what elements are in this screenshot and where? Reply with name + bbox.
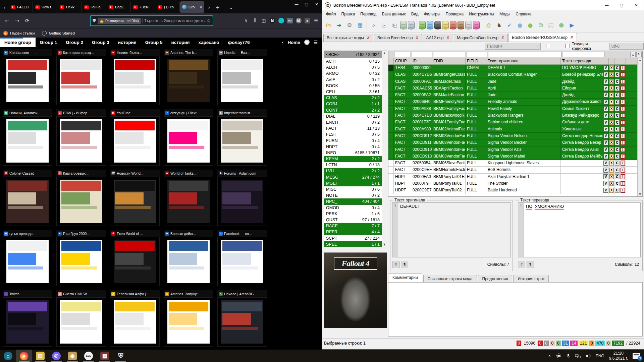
group-tab[interactable]: история — [167, 38, 194, 47]
menu-Фильтры[interactable]: Фильтры — [421, 12, 443, 16]
dot-green-icon[interactable]: ● — [526, 20, 535, 30]
record-type-row[interactable]: OMOD0 / 4 — [324, 205, 382, 211]
browser-tab[interactable]: ▶FALLO — [9, 1, 33, 13]
flag-X-button[interactable]: X — [609, 181, 614, 186]
mod-tab-close-icon[interactable]: ✗ — [415, 36, 419, 40]
wizard-icon[interactable]: ♞ — [494, 20, 504, 30]
dial-tile[interactable]: WНовости World... — [110, 170, 160, 227]
open-book-icon[interactable]: 🕮 — [546, 20, 556, 30]
translation-row[interactable]: FACT0200173FBBM01FamilyFactiFULLSabine a… — [388, 119, 642, 126]
flag-V-button[interactable]: V — [603, 147, 608, 152]
record-type-row[interactable]: MISC0 / 6 — [324, 186, 382, 192]
bookmark-getting-started[interactable]: Getting Started — [42, 31, 74, 36]
flag-I-button[interactable]: I — [621, 161, 625, 166]
flag-C-button[interactable]: C — [615, 140, 620, 145]
menu-icon[interactable]: ☰ — [312, 16, 320, 25]
translation-row[interactable]: FACT020CD912BBM03VendorFactFULLSigma Ven… — [388, 133, 642, 139]
dial-tile[interactable]: АТелевизия Алфа |... — [110, 290, 160, 348]
db-red-icon[interactable] — [450, 21, 457, 29]
record-type-row[interactable]: COBJ1 / 1 — [324, 101, 382, 107]
record-type-row[interactable]: BOOK0 / 55 — [324, 83, 382, 89]
flag-I-button[interactable]: I — [621, 181, 625, 186]
flag-V-button[interactable]: V — [603, 161, 608, 166]
flag-V-button[interactable]: V — [603, 72, 608, 77]
new-tab-button[interactable]: + — [213, 2, 222, 12]
dial-tile[interactable]: AForums - Aslain.com — [217, 170, 267, 227]
table-scrollbar[interactable]: ▲▼ — [637, 58, 642, 196]
translation-row[interactable]: FACT0200C9EFBBMHornetsFacticFULLBoS Horn… — [388, 167, 642, 173]
dial-tile[interactable]: ННовият бълга... — [110, 49, 160, 106]
dial-tile[interactable]: AНачало | ArenaBG... — [217, 290, 267, 348]
flag-I-button[interactable]: I — [621, 127, 625, 132]
flag-V-button[interactable]: V — [603, 154, 608, 159]
translation-row[interactable]: FACT02050054BBM06SlaveFactioFULLKingspor… — [388, 160, 642, 167]
record-type-row[interactable]: SCPT27 / 214 — [324, 235, 382, 241]
flag-I-button[interactable]: I — [621, 188, 625, 193]
translation-row[interactable]: FACT0204C7D3BBMBlackwoodRaFULLBlackwood … — [388, 112, 642, 119]
browser-tab[interactable]: Gro✕ — [180, 1, 204, 13]
flag-I-button[interactable]: I — [621, 106, 625, 111]
m-gray-icon[interactable]: M — [294, 16, 303, 25]
menu-Правка[interactable]: Правка — [339, 12, 358, 16]
record-type-row[interactable]: REFR4 / 4 — [324, 229, 382, 235]
flag-X-button[interactable]: X — [609, 106, 614, 111]
dial-tile[interactable]: AAsterios. Запуще... — [164, 290, 213, 348]
comment-tab[interactable]: История строк — [513, 275, 549, 282]
flag-I-button[interactable]: I — [621, 120, 625, 125]
flag-C-button[interactable]: C — [615, 65, 620, 70]
taskbar-firefox-icon[interactable]: ● — [16, 350, 32, 362]
flag-X-button[interactable]: X — [609, 72, 614, 77]
flag-V-button[interactable]: V — [603, 113, 608, 118]
flag-C-button[interactable]: C — [615, 181, 620, 186]
flag-I-button[interactable]: I — [621, 72, 625, 77]
mod-tab[interactable]: Все открытые моды✗ — [323, 34, 373, 42]
record-list-header[interactable]: <ВСЕ> 7192 / 22924 — [324, 51, 382, 58]
flag-C-button[interactable]: C — [615, 113, 620, 118]
record-type-row[interactable]: KEYM2 / 2 — [324, 156, 382, 162]
dial-tile[interactable]: AAsterios. The b... — [164, 49, 213, 106]
dial-tile[interactable]: ЕЕър Груп 2000... — [56, 230, 106, 287]
menu-Файл[interactable]: Файл — [323, 12, 339, 16]
flag-V-button[interactable]: V — [603, 106, 608, 111]
record-type-row[interactable]: PERK1 / 6 — [324, 211, 382, 217]
flag-X-button[interactable]: X — [609, 65, 614, 70]
record-type-row[interactable]: FLST0 / 5 — [324, 131, 382, 137]
record-type-row[interactable]: LVLI2 / 2 — [324, 168, 382, 174]
dial-tile[interactable]: ▶YouTube — [110, 109, 160, 167]
translation-row[interactable]: FACT02000FA2BBMJadeFactionFULLJadeДжейдV… — [388, 92, 642, 99]
group-tab[interactable]: Group 5 — [141, 38, 167, 47]
tab-scroll-right-icon[interactable]: › — [205, 2, 213, 12]
hash-button[interactable]: # — [518, 261, 525, 268]
forward-button[interactable]: → — [12, 16, 22, 26]
record-type-row[interactable]: LCTN0 / 18 — [324, 162, 382, 168]
flag-I-button[interactable]: I — [621, 154, 625, 159]
db-insert-icon[interactable] — [400, 21, 407, 29]
flag-V-button[interactable]: V — [603, 133, 608, 138]
flag-V-button[interactable]: V — [603, 120, 608, 125]
taskbar-start-icon[interactable]: ⌂ — [0, 350, 16, 362]
minimize-button[interactable]: — — [599, 0, 614, 10]
dial-tile[interactable]: ahttp://alternathist... — [217, 109, 267, 167]
back-button[interactable]: ← — [2, 16, 12, 26]
cube-green-icon[interactable]: ⬢ — [557, 20, 566, 30]
dial-tile[interactable]: ККатегории и разд... — [56, 49, 106, 106]
menu-Вид[interactable]: Вид — [409, 12, 421, 16]
menu-Инструменты[interactable]: Инструменты — [466, 12, 497, 16]
translation-row[interactable]: HDPT02000FA0BBMPonyTail01EPFULLAzar Pony… — [388, 174, 642, 180]
tracking-shield-icon[interactable]: ⛊ — [93, 18, 96, 23]
flag-C-button[interactable]: C — [615, 72, 620, 77]
menu-База данных[interactable]: База данных — [379, 12, 408, 16]
browser-tab[interactable]: ▶(1) Yo — [156, 1, 180, 13]
encoding-checkbox[interactable] — [566, 44, 570, 48]
bookmark-star-icon[interactable]: ☆ — [206, 18, 211, 23]
record-type-row[interactable]: INFO6185 / 19671 — [324, 150, 382, 156]
paste-down-icon[interactable]: ⎘ — [379, 20, 389, 30]
record-type-row[interactable]: CONT2 / 2 — [324, 107, 382, 113]
db-append-icon[interactable] — [408, 21, 415, 29]
translation-row[interactable]: FACT0200A988BBM02FamilyFactiFULLHewitt F… — [388, 106, 642, 112]
group-tab[interactable]: фолаут76 — [224, 38, 254, 47]
translation-row[interactable]: FACT020CD910BBM03VendorFactFULLSigma Ven… — [388, 146, 642, 153]
language-indicator[interactable]: ENG — [596, 354, 604, 358]
translation-row[interactable]: HDPT0200C9E7BBMPonyTail02FULLBattle Hard… — [388, 187, 642, 194]
mod-tab-close-icon[interactable]: ✗ — [446, 36, 449, 40]
